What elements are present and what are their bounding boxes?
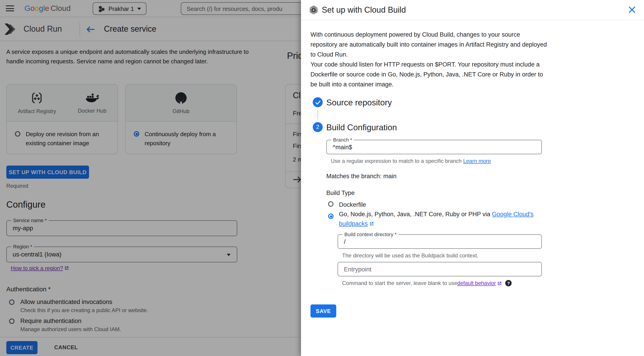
dialog-title: Set up with Cloud Build <box>322 6 406 15</box>
screen: GoogleCloud Prakhar 1 Cloud Run <box>0 0 644 356</box>
step2-title: Build Configuration <box>326 123 397 133</box>
entrypoint-input[interactable] <box>338 262 542 276</box>
dialog-header: Set up with Cloud Build <box>301 0 644 20</box>
entrypoint-helper: Command to start the server, leave blank… <box>342 280 512 286</box>
entrypoint-helper-text: Command to start the server, leave blank… <box>342 280 457 286</box>
step-connector <box>317 110 318 119</box>
radio-dockerfile[interactable] <box>328 201 334 207</box>
close-icon[interactable] <box>628 6 636 14</box>
cloud-build-icon <box>309 5 318 15</box>
branch-field[interactable]: Branch * <box>326 140 542 154</box>
branch-helper-label: Use a regular expression to match to a s… <box>331 158 463 164</box>
build-context-label: Build context directory * <box>342 232 398 237</box>
step1-complete-icon <box>313 97 323 107</box>
branch-match-status: Matches the branch: main <box>326 173 396 180</box>
build-type-buildpacks[interactable]: Go, Node.js, Python, Java, .NET Core, Ru… <box>328 211 543 228</box>
branch-helper-text: Use a regular expression to match to a s… <box>331 158 491 164</box>
help-icon[interactable]: ? <box>505 280 512 286</box>
intro-paragraph-2: Your code should listen for HTTP request… <box>310 60 547 90</box>
default-behavior-link[interactable]: default behavior <box>457 280 496 286</box>
step1-title[interactable]: Source repository <box>326 98 392 108</box>
buildpacks-label: Go, Node.js, Python, Java, .NET Core, Ru… <box>339 209 543 228</box>
modal-scrim[interactable] <box>0 0 301 356</box>
build-type-dockerfile[interactable]: Dockerfile <box>328 200 366 209</box>
step2-number-icon: 2 <box>313 122 323 132</box>
entrypoint-field[interactable] <box>338 262 542 276</box>
checkmark-icon <box>315 100 321 105</box>
build-context-helper: The directory will be used as the Buildp… <box>342 252 478 259</box>
external-link-icon <box>497 281 502 286</box>
build-type-heading: Build Type <box>326 190 355 196</box>
intro-paragraph-1: With continuous deployment powered by Cl… <box>310 30 547 60</box>
branch-label: Branch * <box>331 137 354 143</box>
dialog-intro: With continuous deployment powered by Cl… <box>310 30 547 90</box>
branch-input[interactable] <box>327 140 542 154</box>
learn-more-link[interactable]: Learn more <box>463 158 491 164</box>
external-link-icon <box>369 221 374 226</box>
save-button[interactable]: SAVE <box>310 304 336 317</box>
dockerfile-label: Dockerfile <box>339 200 366 209</box>
cloud-build-dialog: Set up with Cloud Build With continuous … <box>301 0 644 356</box>
build-context-field[interactable]: Build context directory * <box>338 234 542 249</box>
radio-buildpacks[interactable] <box>328 213 334 219</box>
buildpacks-label-text: Go, Node.js, Python, Java, .NET Core, Ru… <box>339 211 492 218</box>
